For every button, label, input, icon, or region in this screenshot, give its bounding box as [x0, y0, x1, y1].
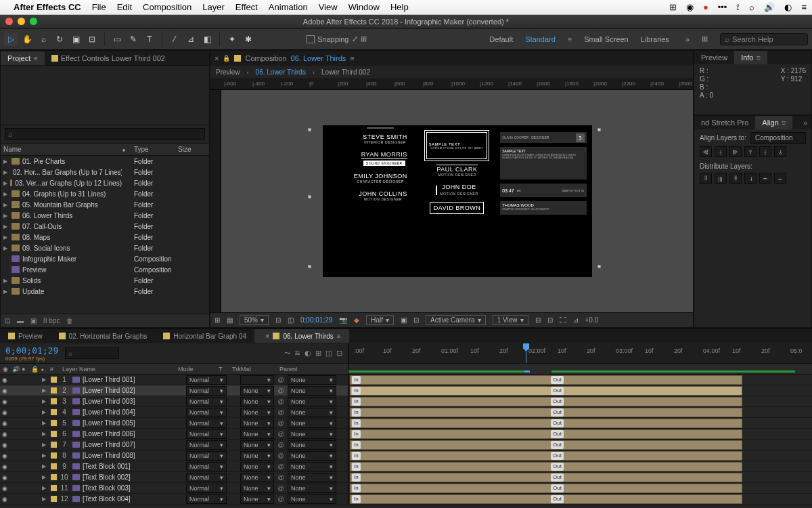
- workspace-libraries[interactable]: Libraries: [641, 35, 669, 43]
- track-matte-select[interactable]: None ▾: [240, 494, 274, 504]
- shy-icon[interactable]: ⤳: [284, 349, 290, 358]
- layer-row[interactable]: ◉ ▶ 9 [Text Block 001] Normal ▾ None ▾ @…: [0, 461, 812, 472]
- grid-icon[interactable]: ⊞: [215, 316, 220, 324]
- pixel-icon[interactable]: ⊡: [547, 316, 553, 324]
- layer-row[interactable]: ◉ ▶ 12 [Text Block 004] Normal ▾ None ▾ …: [0, 494, 812, 505]
- clone-tool-icon[interactable]: ⊿: [184, 33, 198, 46]
- out-point-label[interactable]: Out: [551, 408, 564, 417]
- layer-name[interactable]: [Text Block 002]: [81, 473, 186, 481]
- in-point-label[interactable]: In: [352, 419, 361, 427]
- selection-handle[interactable]: [308, 128, 311, 131]
- roto-tool-icon[interactable]: ✦: [225, 33, 239, 46]
- project-item[interactable]: ▶ Solids Folder: [1, 275, 209, 286]
- app-name[interactable]: After Effects CC: [14, 2, 81, 12]
- motion-blur-icon[interactable]: ◐: [304, 349, 311, 358]
- expand-arrow-icon[interactable]: ▶: [39, 452, 49, 459]
- layer-duration-bar[interactable]: In Out: [350, 440, 742, 450]
- blend-mode-select[interactable]: Normal ▾: [186, 397, 227, 406]
- fast-preview-icon[interactable]: ⛶: [560, 316, 566, 324]
- project-item[interactable]: ▶ 03. Ver...ar Graphs (Up to 12 Lines) F…: [1, 177, 209, 188]
- puppet-tool-icon[interactable]: ✱: [242, 33, 255, 46]
- parent-whip-icon[interactable]: @: [274, 452, 288, 459]
- draft-icon[interactable]: ◫: [325, 349, 332, 358]
- orbit-tool-icon[interactable]: ↻: [53, 33, 66, 46]
- blend-mode-select[interactable]: Normal ▾: [186, 451, 227, 461]
- pan-behind-tool-icon[interactable]: ⊡: [85, 33, 99, 46]
- current-time-indicator[interactable]: [526, 343, 526, 363]
- out-point-label[interactable]: Out: [551, 419, 564, 427]
- expand-arrow-icon[interactable]: ▶: [39, 496, 49, 502]
- track-matte-select[interactable]: None ▾: [240, 451, 274, 461]
- out-point-label[interactable]: Out: [551, 495, 564, 503]
- align-tab[interactable]: Align ≡: [755, 116, 792, 129]
- panel-icon[interactable]: ⊞: [702, 35, 708, 43]
- brush-tool-icon[interactable]: ∕: [168, 33, 181, 46]
- out-point-label[interactable]: Out: [551, 376, 564, 384]
- lock-icon[interactable]: 🔒: [223, 55, 230, 62]
- out-point-label[interactable]: Out: [551, 452, 564, 460]
- menu-effect[interactable]: Effect: [235, 2, 258, 12]
- interpret-icon[interactable]: ⊡: [5, 317, 10, 324]
- dist-left-icon[interactable]: ⫞: [744, 173, 757, 184]
- align-to-select[interactable]: Composition: [750, 132, 806, 144]
- layer-duration-bar[interactable]: In Out: [350, 375, 742, 385]
- layer-search-input[interactable]: [65, 347, 119, 359]
- timeline-icon[interactable]: ⊿: [573, 316, 579, 324]
- project-search-input[interactable]: [5, 128, 205, 140]
- expand-arrow-icon[interactable]: ▶: [39, 409, 49, 415]
- parent-select[interactable]: None ▾: [288, 419, 336, 428]
- preview-tab[interactable]: Preview: [694, 51, 734, 64]
- parent-whip-icon[interactable]: @: [274, 474, 288, 481]
- out-point-label[interactable]: Out: [551, 387, 564, 395]
- project-item[interactable]: ▶ 02. Hor... Bar Graphs (Up to 7 Lines) …: [1, 167, 209, 177]
- align-right-icon[interactable]: ⫸: [729, 146, 742, 157]
- visibility-toggle-icon[interactable]: ◉: [0, 474, 9, 481]
- close-icon[interactable]: ×: [265, 332, 269, 340]
- pen-tool-icon[interactable]: ✎: [127, 33, 140, 46]
- timeline-tab[interactable]: Preview: [0, 330, 51, 343]
- dist-bottom-icon[interactable]: ⫵: [729, 173, 742, 184]
- parent-select[interactable]: None ▾: [288, 484, 336, 493]
- expand-arrow-icon[interactable]: ▶: [3, 169, 7, 175]
- channel-icon[interactable]: ⊡: [275, 316, 281, 324]
- menu-icon[interactable]: ≡: [33, 54, 37, 62]
- screen-icon[interactable]: ⊞: [669, 2, 677, 12]
- parent-select[interactable]: None ▾: [288, 462, 336, 471]
- layer-row[interactable]: ◉ ▶ 6 [Lower Third 006] Normal ▾ None ▾ …: [0, 429, 812, 440]
- expand-arrow-icon[interactable]: ▶: [39, 474, 49, 480]
- layer-duration-bar[interactable]: In Out: [350, 397, 742, 406]
- layer-row[interactable]: ◉ ▶ 7 [Lower Third 007] Normal ▾ None ▾ …: [0, 440, 812, 450]
- expand-arrow-icon[interactable]: ▶: [3, 224, 9, 230]
- parent-select[interactable]: None ▾: [288, 473, 336, 482]
- workspace-small-screen[interactable]: Small Screen: [584, 35, 628, 43]
- track-matte-select[interactable]: None ▾: [240, 386, 274, 396]
- expand-arrow-icon[interactable]: ▶: [3, 234, 9, 240]
- layer-duration-bar[interactable]: In Out: [350, 462, 742, 471]
- track-matte-select[interactable]: ▾: [240, 375, 274, 385]
- visibility-toggle-icon[interactable]: ◉: [0, 420, 9, 427]
- overflow-icon[interactable]: »: [685, 35, 690, 43]
- project-item[interactable]: ▶ 04. Graphs (Up to 31 Lines) Folder: [1, 188, 209, 199]
- parent-whip-icon[interactable]: @: [274, 409, 288, 416]
- layer-duration-bar[interactable]: In Out: [350, 419, 742, 428]
- close-icon[interactable]: ×: [215, 54, 219, 62]
- visibility-toggle-icon[interactable]: ◉: [0, 442, 9, 448]
- layer-name[interactable]: [Text Block 003]: [81, 484, 186, 492]
- view-opt-icon[interactable]: ⊟: [535, 316, 541, 324]
- dots-icon[interactable]: •••: [718, 2, 727, 12]
- project-item[interactable]: ▶ 06. Lower Thirds Folder: [1, 210, 209, 221]
- timecode-display[interactable]: 0;00;01;29: [300, 316, 332, 324]
- project-item[interactable]: ▶ 05. Mountain Bar Graphs Folder: [1, 199, 209, 210]
- layer-duration-bar[interactable]: In Out: [350, 386, 742, 396]
- siri-icon[interactable]: ◐: [784, 2, 792, 12]
- visibility-toggle-icon[interactable]: ◉: [0, 431, 9, 438]
- zoom-tool-icon[interactable]: ⌕: [37, 33, 50, 46]
- visibility-toggle-icon[interactable]: ◉: [0, 452, 9, 459]
- in-point-label[interactable]: In: [352, 463, 361, 471]
- layer-row[interactable]: ◉ ▶ 5 [Lower Third 005] Normal ▾ None ▾ …: [0, 418, 812, 429]
- col-type[interactable]: Type: [134, 146, 178, 153]
- selection-tool-icon[interactable]: ▷: [4, 33, 18, 46]
- type-tool-icon[interactable]: T: [143, 33, 156, 46]
- trash-icon[interactable]: 🗑: [66, 317, 73, 324]
- out-point-label[interactable]: Out: [551, 473, 564, 482]
